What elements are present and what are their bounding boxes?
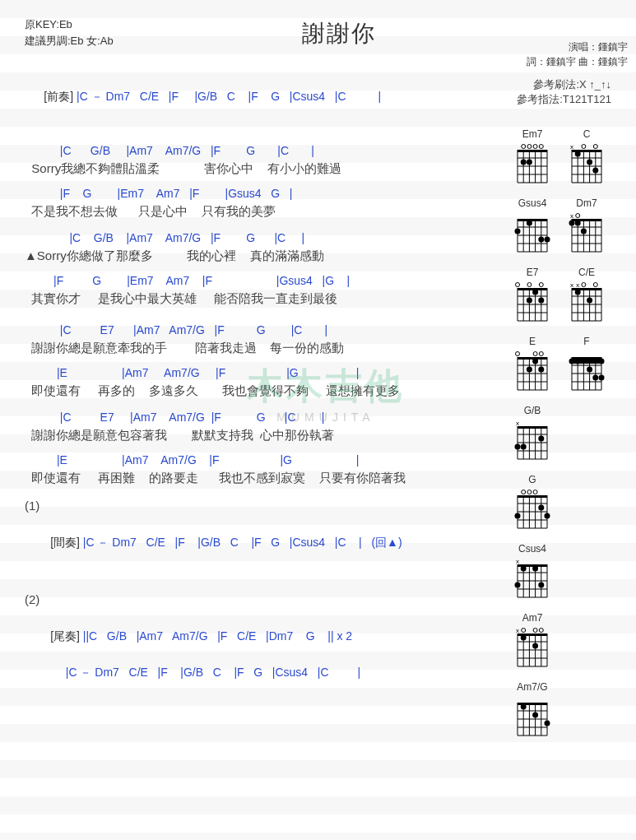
interlude-tag: [間奏]	[50, 536, 80, 549]
svg-point-131	[592, 375, 598, 381]
svg-point-212	[545, 721, 550, 726]
chord-name: Dm7	[567, 197, 606, 209]
chord-diagram: Em7	[513, 128, 552, 184]
svg-point-132	[599, 375, 605, 381]
svg-point-13	[533, 145, 537, 149]
svg-point-80	[538, 298, 544, 304]
chord-line: |C G/B |Am7 Am7/G |F G |C |	[25, 229, 508, 247]
svg-point-112	[539, 352, 543, 356]
svg-point-96	[593, 283, 597, 287]
svg-point-133	[599, 359, 605, 364]
chord-grid	[513, 280, 552, 323]
svg-point-196	[539, 629, 543, 633]
chord-grid: x	[513, 625, 552, 668]
ref-finger: 參考指法:T121T121	[517, 92, 611, 107]
chord-name: Gsus4	[513, 197, 552, 209]
svg-point-29	[582, 145, 586, 149]
main-area: |C G/B |Am7 Am7/G |F G |C | Sorry我總不夠體貼溫…	[25, 128, 628, 737]
lyric-line: 謝謝你總是願意牽我的手 陪著我走過 每一份的感動	[25, 339, 508, 357]
diagram-row: G	[513, 474, 628, 530]
svg-point-197	[521, 635, 527, 641]
diagram-row: E7C/Exx	[513, 267, 628, 323]
chord-grid: xx	[567, 280, 606, 323]
intro-tag: [前奏]	[44, 90, 73, 103]
svg-point-114	[538, 367, 544, 373]
chord-diagram: Gsus4	[513, 197, 552, 253]
svg-point-115	[527, 367, 532, 373]
svg-point-162	[533, 490, 537, 494]
svg-point-148	[521, 444, 527, 450]
page: 原KEY:Eb 建議男調:Eb 女:Ab 謝謝你 演唱：鍾鎮宇 詞：鍾鎮宇 曲：…	[0, 0, 636, 745]
svg-point-46	[538, 237, 544, 243]
svg-point-163	[538, 505, 544, 511]
chord-name: F	[567, 336, 606, 347]
lyric-line: 其實你才 是我心中最大英雄 能否陪我一直走到最後	[25, 290, 508, 308]
svg-point-16	[527, 160, 532, 165]
svg-point-178	[521, 566, 527, 572]
chord-diagram: G	[513, 474, 552, 530]
lyric-line: 謝謝你總是願意包容著我 默默支持我 心中那份執著	[25, 426, 508, 444]
chord-diagram: F	[567, 336, 606, 392]
lyric-line: 不是我不想去做 只是心中 只有我的美夢	[25, 202, 508, 220]
svg-point-198	[532, 643, 538, 649]
svg-point-97	[575, 290, 581, 295]
svg-text:x: x	[570, 281, 573, 289]
svg-point-64	[581, 229, 587, 234]
marker-2: (2)	[25, 591, 508, 609]
svg-point-129	[575, 359, 581, 364]
chord-name: C/E	[567, 267, 606, 278]
chord-grid	[513, 142, 552, 184]
chord-line: |C E7 |Am7 Am7/G |F G |C |	[25, 408, 508, 426]
verse-pair: |C G/B |Am7 Am7/G |F G |C | Sorry我總不夠體貼溫…	[25, 142, 508, 178]
svg-text:x: x	[516, 558, 519, 565]
svg-point-194	[522, 629, 526, 633]
svg-point-11	[522, 145, 526, 149]
chord-line: |E |Am7 Am7/G |F |G |	[25, 451, 508, 469]
verse-pair: |C E7 |Am7 Am7/G |F G |C | 謝謝你總是願意牽我的手 陪…	[25, 321, 508, 357]
lyric-line: 即使還有 再困難 的路要走 我也不感到寂寞 只要有你陪著我	[25, 469, 508, 487]
chord-name: Am7/G	[513, 681, 552, 693]
svg-point-95	[582, 283, 586, 287]
original-key: 原KEY:Eb	[25, 16, 189, 33]
svg-point-195	[533, 629, 537, 633]
chord-grid	[513, 349, 552, 392]
svg-rect-65	[518, 288, 547, 290]
lyric-line: ▲Sorry你總做了那麼多 我的心裡 真的滿滿感動	[25, 247, 508, 265]
chord-grid	[513, 487, 552, 530]
chord-diagram: Am7x	[513, 612, 552, 668]
svg-rect-0	[518, 150, 547, 152]
reference-block: 參考刷法:X ↑_↑↓ 參考指法:T121T121	[517, 77, 628, 107]
suggested-key: 建議男調:Eb 女:Ab	[25, 33, 189, 49]
intro-line: [前奏] |C － Dm7 C/E |F |G/B C |F G |Csus4 …	[25, 69, 517, 123]
chord-grid	[567, 349, 606, 392]
diagram-row: Gsus4Dm7x	[513, 197, 628, 253]
svg-point-15	[521, 160, 527, 165]
svg-point-62	[569, 220, 575, 226]
svg-point-45	[515, 229, 521, 234]
svg-point-146	[538, 436, 544, 442]
svg-rect-34	[518, 219, 547, 221]
svg-text:x: x	[516, 420, 519, 427]
header: 原KEY:Eb 建議男調:Eb 女:Ab 謝謝你 演唱：鍾鎮宇 詞：鍾鎮宇 曲：…	[25, 15, 628, 69]
svg-point-81	[527, 298, 532, 304]
lyric-line: 即使還有 再多的 多遠多久 我也會覺得不夠 還想擁有更多	[25, 382, 508, 400]
chord-diagram: G/Bx	[513, 405, 552, 461]
svg-rect-134	[518, 426, 547, 429]
svg-point-164	[545, 513, 550, 519]
svg-point-110	[516, 352, 520, 356]
svg-point-211	[532, 712, 538, 718]
svg-point-180	[538, 582, 544, 588]
svg-text:x: x	[570, 143, 573, 151]
header-right: 演唱：鍾鎮宇 詞：鍾鎮宇 曲：鍾鎮宇	[488, 15, 628, 69]
svg-point-98	[587, 298, 592, 304]
chord-diagram: Am7/G	[513, 681, 552, 737]
svg-text:x: x	[576, 281, 579, 289]
svg-text:x: x	[570, 212, 573, 220]
chord-grid: x	[513, 556, 552, 599]
verse-pair: |C G/B |Am7 Am7/G |F G |C |▲Sorry你總做了那麼多…	[25, 229, 508, 265]
intro-row: [前奏] |C － Dm7 C/E |F |G/B C |F G |Csus4 …	[25, 69, 628, 123]
svg-point-160	[522, 490, 526, 494]
chord-grid	[513, 694, 552, 737]
svg-point-30	[593, 145, 597, 149]
svg-point-79	[532, 290, 538, 295]
